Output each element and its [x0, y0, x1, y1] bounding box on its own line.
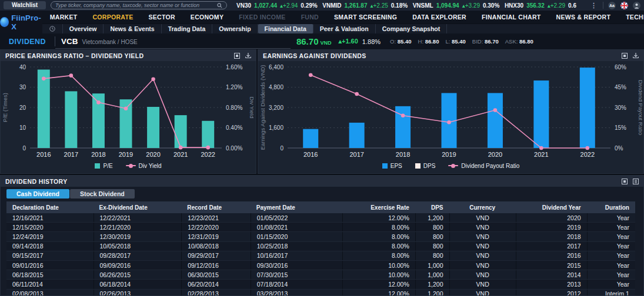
menu-market[interactable]: MARKET [42, 14, 85, 21]
table-cell: 12/22/2020 [181, 223, 251, 231]
legend-item-eps[interactable]: EPS [382, 163, 402, 169]
tab-trading-data[interactable]: Trading Data [162, 24, 213, 33]
charts-row: PRICE EARNINGS RATIO – DIVIDEND YIELD 00… [0, 49, 644, 174]
expand-icon[interactable] [622, 179, 628, 184]
svg-text:10: 10 [19, 125, 26, 131]
export-icon[interactable] [633, 179, 639, 184]
legend-label: P/E [103, 163, 112, 169]
history-clock-button[interactable] [42, 24, 63, 33]
table-row[interactable]: 09/14/201810/05/201810/08/201810/25/2018… [6, 242, 635, 251]
index-name: VNMID [322, 2, 341, 9]
pe-panel-title: PRICE EARNINGS RATIO – DIVIDEND YIELD [5, 52, 234, 59]
column-header[interactable]: Dividend Year [516, 204, 587, 211]
table-cell: 8.00% [342, 242, 415, 251]
table-cell: VND [449, 251, 516, 260]
column-header[interactable]: Ex-Dividend Date [94, 204, 182, 211]
menu-sector[interactable]: SECTOR [141, 14, 182, 21]
symbol-search-field[interactable]: VCB Vietcombank / HOSE [55, 36, 291, 49]
clock-icon [49, 26, 55, 32]
table-row[interactable]: 12/16/202112/22/202112/23/202101/05/2022… [6, 213, 635, 223]
table-cell: 2014 [516, 270, 587, 279]
column-header[interactable]: Exercise Rate [342, 204, 415, 211]
legend-item-dividend-payout-ratio[interactable]: Dividend Payout Ratio [448, 163, 519, 169]
menu-smart-screening[interactable]: SMART SCREENING [326, 14, 405, 21]
table-cell: 12/15/2020 [6, 223, 94, 231]
table-row[interactable]: 06/11/201406/18/201406/20/201407/18/2014… [6, 280, 635, 289]
svg-text:2019: 2019 [442, 151, 456, 158]
language-button[interactable] [620, 2, 628, 9]
column-header[interactable]: Duration [587, 204, 635, 211]
table-cell: Year [587, 280, 635, 288]
user-account-button[interactable] [633, 2, 640, 9]
column-header[interactable]: Currency [449, 204, 516, 211]
stat-open: O: 85.40 [390, 38, 411, 45]
legend-swatch [95, 163, 100, 169]
tab-stock-dividend[interactable]: Stock Dividend [70, 189, 135, 199]
more-options-icon[interactable]: ⋮ [589, 2, 598, 9]
table-row[interactable]: 06/18/201506/26/201506/30/201507/30/2015… [6, 270, 635, 280]
index-quote-vnmid[interactable]: VNMID 1,261.87 ▴+2.25 0.18% [322, 2, 408, 9]
column-header[interactable]: Payment Date [251, 204, 342, 211]
table-row[interactable]: 09/01/201609/09/201609/12/201609/30/2016… [6, 261, 635, 270]
menu-corporate[interactable]: CORPORATE [85, 14, 141, 21]
index-quote-vnsml[interactable]: VNSML 1,094.94 ▴+3.29 0.30% [413, 2, 500, 9]
svg-text:6,400: 6,400 [269, 64, 283, 70]
tab-overview[interactable]: Overview [63, 24, 104, 33]
index-value: 1,094.94 [436, 2, 459, 9]
tab-peer-valuation[interactable]: Peer & Valuation [313, 24, 376, 33]
svg-text:40: 40 [19, 64, 26, 70]
column-header[interactable]: Record Date [181, 204, 251, 211]
watchlist-button[interactable]: Watchlist [4, 1, 46, 9]
column-header[interactable]: Declaration Date [6, 204, 94, 211]
table-row[interactable]: 02/08/201302/26/201302/28/201303/28/2013… [6, 290, 635, 296]
search-box[interactable] [51, 1, 227, 9]
menu-financial-chart[interactable]: FINANCIAL CHART [474, 14, 549, 21]
svg-text:P/E (Times): P/E (Times) [2, 93, 8, 122]
font-size-button[interactable]: Aa [608, 2, 616, 9]
menu-economy[interactable]: ECONOMY [183, 14, 231, 21]
index-name: VNSML [413, 2, 433, 9]
expand-icon[interactable] [234, 53, 240, 59]
svg-text:2016: 2016 [36, 151, 51, 158]
svg-text:Dividend Payout Ratio: Dividend Payout Ratio [638, 80, 642, 135]
tab-ownership[interactable]: Ownership [212, 24, 258, 33]
pe-divyield-panel: PRICE EARNINGS RATIO – DIVIDEND YIELD 00… [0, 49, 256, 174]
tab-news-events[interactable]: News & Events [104, 24, 161, 33]
menu-news-report[interactable]: NEWS & REPORT [549, 14, 619, 21]
download-icon[interactable] [245, 53, 251, 59]
table-row[interactable]: 09/15/201709/28/201709/29/201710/16/2017… [6, 251, 635, 261]
table-cell: 09/01/2016 [6, 261, 94, 270]
table-cell: Year [587, 242, 635, 251]
tab-company-snapshot[interactable]: Company Snapshot [376, 24, 448, 33]
dividend-tabs: Cash Dividend Stock Dividend [1, 187, 643, 200]
table-cell: 800 [415, 232, 449, 241]
table-cell: 06/30/2015 [181, 270, 251, 279]
expand-icon[interactable] [622, 53, 628, 59]
index-quote-vn30[interactable]: VN30 1,027.44 ▴+2.94 0.29% [236, 2, 318, 9]
brand[interactable]: FiinPro-X [0, 11, 42, 33]
legend-label: Div Yield [139, 163, 162, 169]
legend-item-div-yield[interactable]: Div Yield [126, 163, 162, 169]
menu-technical-chart[interactable]: TECHNICAL CHART [618, 14, 644, 21]
table-cell: 2017 [516, 242, 587, 251]
column-header[interactable]: DPS [415, 204, 449, 211]
table-cell: 06/26/2015 [94, 270, 182, 279]
stat-ask: ASK: 86.80 [505, 38, 533, 45]
search-input[interactable] [55, 2, 215, 8]
earnings-dividends-chart[interactable]: 00%1,60015%3,20030%4,80045%6,40060%Earni… [258, 61, 642, 161]
table-cell: 2020 [516, 213, 587, 222]
tab-financial-data[interactable]: Financial Data [258, 24, 313, 33]
pe-divyield-chart[interactable]: 00.00%100.40%200.80%301.20%401.60%P/E (T… [1, 61, 253, 161]
table-row[interactable]: 12/15/202012/21/202012/22/202001/08/2021… [6, 223, 635, 232]
stat-low: L: 85.40 [445, 38, 465, 45]
legend-item-p-e[interactable]: P/E [95, 163, 112, 169]
legend-item-dps[interactable]: DPS [415, 163, 436, 169]
legend-swatch [415, 163, 421, 169]
menu-data-explorer[interactable]: DATA EXPLORER [405, 14, 474, 21]
table-cell: 09/28/2017 [94, 251, 182, 260]
index-quote-hnx30[interactable]: HNX30 356.32 ▴+2.29 0.6 [505, 2, 576, 9]
download-icon[interactable] [633, 53, 639, 59]
table-row[interactable]: 12/24/201912/30/201912/31/201901/15/2020… [6, 232, 635, 241]
table-cell: 12.00% [342, 280, 415, 288]
tab-cash-dividend[interactable]: Cash Dividend [6, 189, 69, 199]
